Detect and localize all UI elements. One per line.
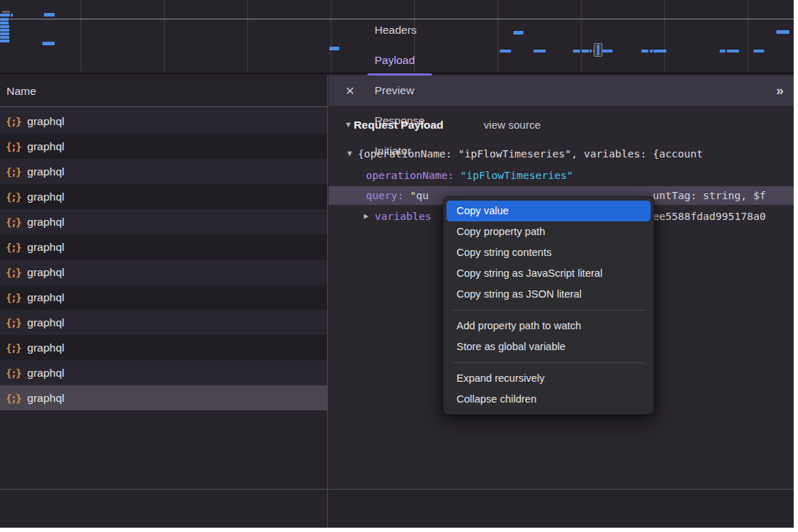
json-icon: {;} — [6, 141, 21, 152]
gridline — [497, 0, 498, 73]
waterfall-bar — [590, 50, 592, 52]
tab-preview[interactable]: Preview — [363, 75, 436, 106]
tab-headers[interactable]: Headers — [363, 15, 436, 45]
request-row[interactable]: {;}graphql — [0, 234, 327, 260]
payload-summary-row[interactable]: ▼{operationName: "ipFlowTimeseries", var… — [329, 145, 794, 163]
request-row[interactable]: {;}graphql — [0, 109, 327, 134]
waterfall-bar — [641, 50, 648, 52]
request-row[interactable]: {;}graphql — [0, 360, 327, 385]
disclosure-triangle-icon[interactable]: ▼ — [344, 120, 352, 129]
waterfall-bar — [0, 32, 9, 35]
waterfall-bar — [573, 50, 580, 52]
context-menu-item-add-property-path-to-watch[interactable]: Add property path to watch — [444, 316, 653, 336]
waterfall-bar — [0, 18, 9, 21]
waterfall-bar — [0, 40, 9, 42]
json-icon: {;} — [6, 342, 21, 354]
view-source-link[interactable]: view source — [484, 119, 541, 131]
waterfall-bar — [533, 50, 546, 52]
request-row[interactable]: {;}graphql — [0, 159, 327, 184]
request-payload-section-header: ▼Request Payloadview source — [344, 119, 541, 132]
waterfall-bar — [653, 50, 666, 52]
context-menu-item-expand-recursively[interactable]: Expand recursively — [444, 368, 653, 389]
request-name: graphql — [27, 191, 65, 203]
waterfall-bar — [329, 47, 339, 50]
details-tabbar: × HeadersPayloadPreviewResponseInitiator… — [329, 75, 794, 106]
overview-scrubber[interactable] — [594, 43, 602, 57]
request-row[interactable]: {;}graphql — [0, 285, 327, 310]
waterfall-bar — [42, 42, 55, 45]
scrubber-handle — [597, 45, 600, 55]
disclosure-triangle-icon[interactable]: ▶ — [364, 211, 369, 221]
gridline — [164, 0, 165, 73]
property-key: operationName: — [366, 170, 454, 181]
request-name: graphql — [27, 341, 65, 354]
context-menu-item-store-as-global-variable[interactable]: Store as global variable — [444, 336, 653, 357]
request-row[interactable]: {;}graphql — [0, 260, 327, 285]
request-name: graphql — [27, 367, 65, 380]
waterfall-bar — [582, 50, 589, 52]
waterfall-bar-gray — [2, 11, 10, 13]
context-menu-item-copy-value[interactable]: Copy value — [446, 201, 651, 221]
property-key: variables — [375, 211, 431, 222]
context-menu-item-copy-property-path[interactable]: Copy property path — [444, 221, 653, 242]
request-name: graphql — [27, 165, 65, 178]
request-name: graphql — [27, 266, 65, 279]
requests-panel: Name {;}graphql{;}graphql{;}graphql{;}gr… — [0, 75, 328, 528]
request-row[interactable]: {;}graphql — [0, 310, 327, 335]
request-row[interactable]: {;}graphql — [0, 184, 327, 209]
waterfall-bar — [720, 50, 725, 52]
waterfall-bar — [0, 14, 10, 17]
json-icon: {;} — [6, 242, 21, 253]
waterfall-bar — [0, 36, 9, 39]
waterfall-bar — [44, 13, 55, 17]
close-panel-button[interactable]: × — [337, 75, 363, 106]
gridline — [664, 0, 665, 73]
menu-separator — [452, 310, 645, 311]
json-icon: {;} — [6, 317, 21, 329]
json-icon: {;} — [6, 191, 21, 203]
context-menu-item-copy-string-as-javascript-literal[interactable]: Copy string as JavaScript literal — [444, 263, 653, 284]
context-menu-item-copy-string-as-json-literal[interactable]: Copy string as JSON literal — [444, 284, 653, 305]
disclosure-triangle-icon[interactable]: ▼ — [347, 149, 352, 158]
name-column-header[interactable]: Name — [0, 75, 327, 107]
context-menu: Copy valueCopy property pathCopy string … — [443, 196, 654, 415]
waterfall-bar — [0, 29, 9, 32]
status-bar-right — [329, 489, 794, 528]
waterfall-bar — [650, 50, 653, 52]
request-name: graphql — [27, 291, 65, 304]
json-icon: {;} — [6, 267, 21, 278]
request-row[interactable]: {;}graphql — [0, 134, 327, 159]
json-icon: {;} — [6, 216, 21, 228]
menu-separator — [452, 362, 645, 363]
section-title: Request Payload — [354, 119, 444, 131]
json-icon: {;} — [6, 166, 21, 178]
devtools-network-panel: Name {;}graphql{;}graphql{;}graphql{;}gr… — [0, 0, 794, 528]
waterfall-bar — [776, 30, 789, 34]
context-menu-item-collapse-children[interactable]: Collapse children — [444, 389, 653, 410]
more-tabs-button[interactable]: » — [776, 83, 782, 98]
waterfall-bar — [602, 50, 613, 52]
request-row[interactable]: {;}graphql — [0, 385, 327, 411]
gridline — [247, 0, 248, 73]
waterfall-bar — [0, 25, 9, 28]
waterfall-bar — [513, 31, 523, 35]
request-row[interactable]: {;}graphql — [0, 209, 327, 234]
gridline — [331, 0, 331, 73]
request-name: graphql — [27, 115, 65, 128]
context-menu-item-copy-string-contents[interactable]: Copy string contents — [444, 242, 653, 263]
request-name: graphql — [27, 140, 65, 153]
gridline — [748, 0, 748, 73]
request-name: graphql — [27, 241, 65, 254]
waterfall-bar — [0, 22, 9, 24]
request-name: graphql — [27, 216, 65, 229]
tab-payload[interactable]: Payload — [363, 45, 436, 75]
gridline — [581, 0, 582, 73]
close-icon: × — [346, 82, 354, 99]
payload-row-operationname[interactable]: operationName: "ipFlowTimeseries" — [329, 166, 794, 185]
json-icon: {;} — [6, 116, 21, 127]
status-bar-left — [0, 489, 327, 528]
property-value-fragment: untTag: string, $f — [653, 186, 766, 205]
json-icon: {;} — [6, 292, 21, 303]
gridline — [81, 0, 81, 73]
request-row[interactable]: {;}graphql — [0, 335, 327, 360]
